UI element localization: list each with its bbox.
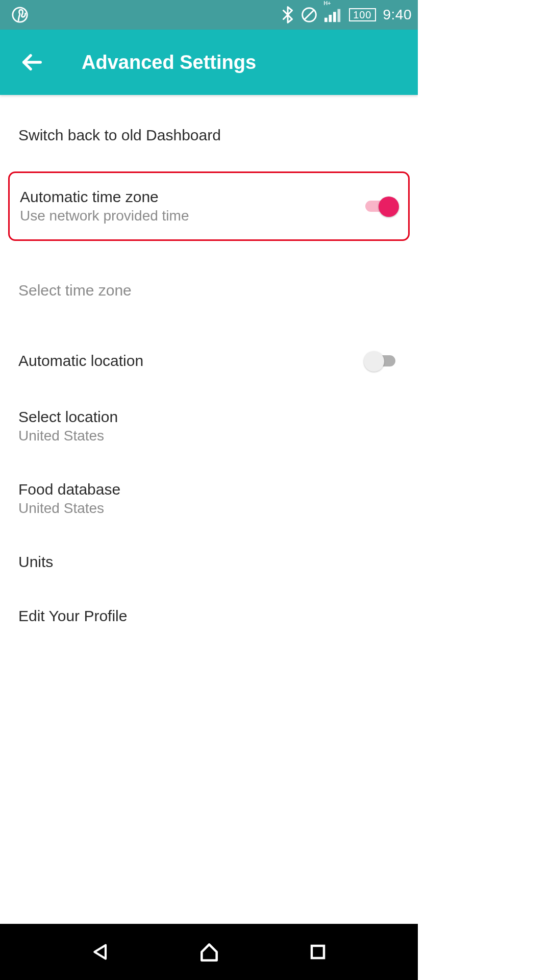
row-edit-profile[interactable]: Edit Your Profile: [0, 589, 418, 643]
row-title: Units: [18, 553, 53, 571]
row-title: Automatic time zone: [20, 188, 189, 206]
svg-rect-4: [329, 15, 332, 22]
row-switch-back-dashboard[interactable]: Switch back to old Dashboard: [0, 108, 418, 162]
clock: 9:40: [383, 7, 412, 23]
svg-rect-3: [324, 18, 328, 22]
back-button[interactable]: [17, 48, 46, 77]
page-title: Advanced Settings: [82, 52, 256, 74]
row-units[interactable]: Units: [0, 535, 418, 589]
svg-rect-6: [338, 9, 341, 22]
toggle-automatic-location[interactable]: [364, 350, 399, 372]
svg-rect-5: [333, 12, 336, 22]
row-title: Automatic location: [18, 352, 143, 370]
row-title: Food database: [18, 481, 120, 498]
bluetooth-icon: [282, 6, 294, 23]
status-bar: H+ 100 9:40: [0, 0, 418, 30]
settings-list: Switch back to old Dashboard Automatic t…: [0, 95, 418, 643]
cell-signal-icon: H+: [324, 7, 342, 22]
pinterest-icon: [11, 6, 29, 23]
row-food-database[interactable]: Food database United States: [0, 462, 418, 535]
row-title: Edit Your Profile: [18, 607, 127, 625]
row-select-location[interactable]: Select location United States: [0, 390, 418, 462]
row-automatic-location[interactable]: Automatic location: [0, 332, 418, 390]
do-not-disturb-icon: [301, 7, 317, 23]
row-select-time-zone: Select time zone: [0, 263, 418, 317]
row-title: Switch back to old Dashboard: [18, 127, 221, 144]
arrow-left-icon: [20, 51, 43, 74]
battery-level: 100: [349, 8, 375, 21]
row-title: Select location: [18, 408, 118, 426]
app-bar: Advanced Settings: [0, 30, 418, 95]
row-subtitle: Use network provided time: [20, 208, 189, 224]
row-title: Select time zone: [18, 282, 132, 299]
row-subtitle: United States: [18, 428, 118, 444]
svg-line-2: [305, 10, 314, 20]
row-subtitle: United States: [18, 500, 120, 517]
row-automatic-time-zone[interactable]: Automatic time zone Use network provided…: [10, 173, 408, 239]
toggle-automatic-time-zone[interactable]: [362, 195, 398, 217]
highlight-auto-timezone: Automatic time zone Use network provided…: [8, 172, 410, 241]
network-type-label: H+: [323, 0, 331, 6]
